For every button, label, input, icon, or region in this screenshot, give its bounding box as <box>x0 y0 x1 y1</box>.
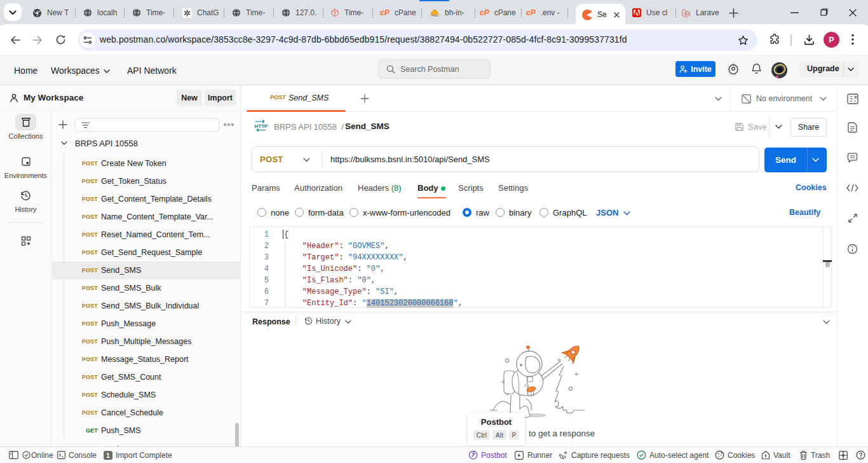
svg-text:PMA: PMA <box>432 14 438 17</box>
svg-text:HTTP: HTTP <box>255 123 268 129</box>
